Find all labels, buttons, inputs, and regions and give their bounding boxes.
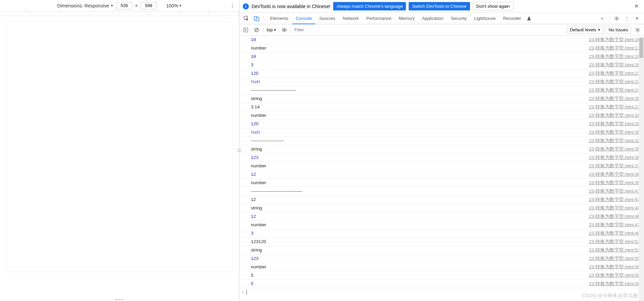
log-source-link[interactable]: 23-转换为数字型.html:46 xyxy=(589,213,640,220)
log-row[interactable]: 523-转换为数字型.html:58 xyxy=(239,271,644,280)
log-source-link[interactable]: 23-转换为数字型.html:16 xyxy=(589,36,640,43)
log-row[interactable]: number23-转换为数字型.html:28 xyxy=(239,111,644,120)
live-expression-eye-icon[interactable] xyxy=(280,26,289,34)
filter-input[interactable] xyxy=(293,26,565,34)
log-row[interactable]: string23-转换为数字型.html:35 xyxy=(239,145,644,154)
log-row[interactable]: string23-转换为数字型.html:44 xyxy=(239,204,644,212)
tab-application[interactable]: Application xyxy=(419,13,447,24)
log-row[interactable]: 1223-转换为数字型.html:43 xyxy=(239,196,644,204)
tab-performance[interactable]: Performance xyxy=(363,13,394,24)
log-source-link[interactable]: 23-转换为数字型.html:36 xyxy=(589,154,640,161)
close-devtools-icon[interactable]: ✕ xyxy=(633,14,641,23)
dimensions-dropdown[interactable]: Dimensions: Responsive ▼ xyxy=(57,3,114,8)
log-source-link[interactable]: 23-转换为数字型.html:28 xyxy=(589,112,640,119)
tab-security[interactable]: Security xyxy=(447,13,470,24)
log-source-link[interactable]: 23-转换为数字型.html:22 xyxy=(589,78,640,85)
log-source-link[interactable]: 23-转换为数字型.html:51 xyxy=(589,238,640,245)
log-source-link[interactable]: 23-转换为数字型.html:19 xyxy=(589,53,640,60)
tab-elements[interactable]: Elements xyxy=(267,13,292,24)
log-source-link[interactable]: 23-转换为数字型.html:20 xyxy=(589,62,640,68)
log-source-link[interactable]: 23-转换为数字型.html:21 xyxy=(589,70,640,77)
scroll-thumb[interactable] xyxy=(639,38,643,58)
log-row[interactable]: number23-转换为数字型.html:17 xyxy=(239,44,644,53)
log-source-link[interactable]: 23-转换为数字型.html:49 xyxy=(589,230,640,237)
tab-network[interactable]: Network xyxy=(340,13,362,24)
log-row[interactable]: number23-转换为数字型.html:39 xyxy=(239,179,644,187)
log-source-link[interactable]: 23-转换为数字型.html:32 xyxy=(589,137,640,144)
console-settings-gear-icon[interactable] xyxy=(633,26,642,34)
log-row[interactable]: 12312023-转换为数字型.html:51 xyxy=(239,238,644,246)
log-row[interactable]: NaN23-转换为数字型.html:30 xyxy=(239,128,644,137)
log-source-link[interactable]: 23-转换为数字型.html:35 xyxy=(589,146,640,153)
device-toggle-icon[interactable] xyxy=(252,14,261,23)
dont-show-button[interactable]: Don't show again xyxy=(473,2,514,10)
log-source-link[interactable]: 23-转换为数字型.html:47 xyxy=(589,222,640,228)
width-input[interactable] xyxy=(116,2,133,9)
log-row[interactable]: 1823-转换为数字型.html:19 xyxy=(239,53,644,61)
log-source-link[interactable]: 23-转换为数字型.html:39 xyxy=(589,179,640,186)
log-value: 123 xyxy=(251,154,259,161)
more-options-icon[interactable]: ⋮ xyxy=(230,3,235,9)
log-source-link[interactable]: 23-转换为数字型.html:44 xyxy=(589,205,640,211)
console-output[interactable]: 1823-转换为数字型.html:16number23-转换为数字型.html:… xyxy=(239,36,644,301)
log-row[interactable]: 323-转换为数字型.html:20 xyxy=(239,61,644,69)
zoom-dropdown[interactable]: 100% ▼ xyxy=(166,3,182,8)
log-row[interactable]: number23-转换为数字型.html:47 xyxy=(239,221,644,229)
log-levels-dropdown[interactable]: Default levels ▼ xyxy=(567,26,604,34)
log-row[interactable]: 323-转换为数字型.html:49 xyxy=(239,229,644,238)
vertical-scrollbar[interactable] xyxy=(639,37,644,301)
resize-handle-bottom[interactable]: ═══ xyxy=(0,298,239,301)
log-row[interactable]: ----------------------------------23-转换为… xyxy=(239,187,644,196)
log-source-link[interactable]: 23-转换为数字型.html:59 xyxy=(589,280,640,287)
log-row[interactable]: 1823-转换为数字型.html:16 xyxy=(239,36,644,44)
tab-sources[interactable]: Sources xyxy=(316,13,339,24)
log-source-link[interactable]: 23-转换为数字型.html:37 xyxy=(589,163,640,169)
log-row[interactable]: ----------------------23-转换为数字型.html:32 xyxy=(239,137,644,145)
more-tabs-icon[interactable]: » xyxy=(598,14,607,23)
log-source-link[interactable]: 23-转换为数字型.html:26 xyxy=(589,95,640,102)
clear-console-icon[interactable] xyxy=(252,26,261,34)
log-row[interactable]: 1223-转换为数字型.html:46 xyxy=(239,212,644,221)
tab-lighthouse[interactable]: Lighthouse xyxy=(471,13,499,24)
switch-language-button[interactable]: Switch DevTools to Chinese xyxy=(409,2,470,10)
tab-memory[interactable]: Memory xyxy=(396,13,418,24)
log-row[interactable]: 12323-转换为数字型.html:36 xyxy=(239,154,644,162)
log-source-link[interactable]: 23-转换为数字型.html:17 xyxy=(589,45,640,52)
log-source-link[interactable]: 23-转换为数字型.html:53 xyxy=(589,247,640,254)
log-source-link[interactable]: 23-转换为数字型.html:29 xyxy=(589,121,640,127)
kebab-menu-icon[interactable]: ⋮ xyxy=(622,14,631,23)
log-row[interactable]: 12023-转换为数字型.html:21 xyxy=(239,69,644,78)
log-source-link[interactable]: 23-转换为数字型.html:43 xyxy=(589,196,640,203)
console-sidebar-toggle-icon[interactable] xyxy=(241,26,250,34)
height-input[interactable] xyxy=(141,2,157,9)
log-row[interactable]: 1223-转换为数字型.html:38 xyxy=(239,170,644,179)
log-source-link[interactable]: 23-转换为数字型.html:58 xyxy=(589,272,640,279)
match-language-button[interactable]: Always match Chrome's language xyxy=(333,2,406,10)
log-row[interactable]: NaN23-转换为数字型.html:22 xyxy=(239,78,644,86)
settings-gear-icon[interactable] xyxy=(612,14,621,23)
log-source-link[interactable]: 23-转换为数字型.html:24 xyxy=(589,87,640,94)
page-preview[interactable] xyxy=(7,22,233,271)
log-source-link[interactable]: 23-转换为数字型.html:41 xyxy=(589,188,640,195)
log-row[interactable]: ------------------------------23-转换为数字型.… xyxy=(239,86,644,95)
log-source-link[interactable]: 23-转换为数字型.html:56 xyxy=(589,264,640,270)
log-row[interactable]: number23-转换为数字型.html:56 xyxy=(239,263,644,271)
tab-console[interactable]: Console xyxy=(292,13,315,24)
log-source-link[interactable]: 23-转换为数字型.html:30 xyxy=(589,129,640,136)
tab-recorder[interactable]: Recorder xyxy=(500,13,524,24)
console-prompt[interactable]: › xyxy=(239,288,644,296)
log-row[interactable]: 523-转换为数字型.html:59 xyxy=(239,280,644,288)
log-row[interactable]: string23-转换为数字型.html:26 xyxy=(239,95,644,103)
log-source-link[interactable]: 23-转换为数字型.html:55 xyxy=(589,255,640,262)
log-row[interactable]: string23-转换为数字型.html:53 xyxy=(239,246,644,255)
close-icon[interactable]: ✕ xyxy=(632,3,641,9)
issues-button[interactable]: No Issues xyxy=(606,26,631,34)
log-source-link[interactable]: 23-转换为数字型.html:27 xyxy=(589,104,640,110)
log-row[interactable]: 12323-转换为数字型.html:55 xyxy=(239,255,644,263)
inspect-element-icon[interactable] xyxy=(242,14,251,23)
log-source-link[interactable]: 23-转换为数字型.html:38 xyxy=(589,171,640,178)
log-row[interactable]: 3.1423-转换为数字型.html:27 xyxy=(239,103,644,111)
context-selector[interactable]: top ▼ xyxy=(265,27,278,33)
log-row[interactable]: number23-转换为数字型.html:37 xyxy=(239,162,644,170)
log-row[interactable]: 12023-转换为数字型.html:29 xyxy=(239,120,644,128)
